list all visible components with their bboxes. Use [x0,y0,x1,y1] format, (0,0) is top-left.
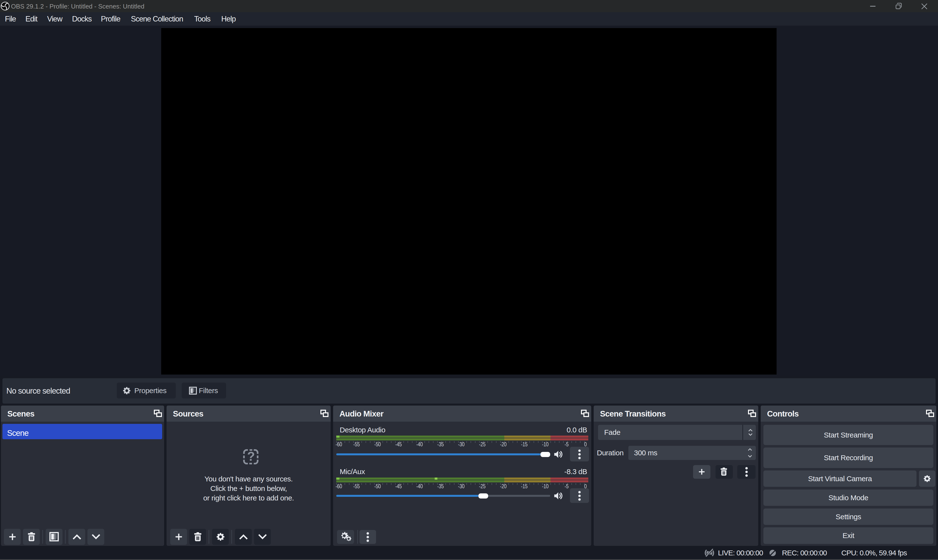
svg-text:?: ? [247,449,255,463]
